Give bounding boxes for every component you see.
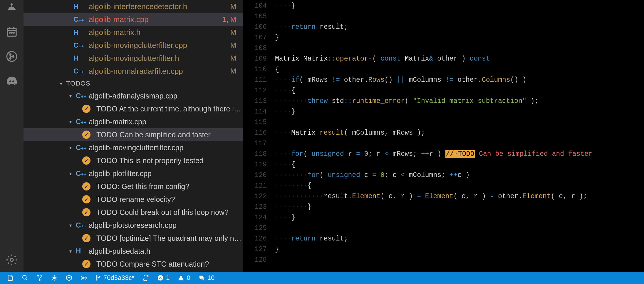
code-line	[275, 223, 644, 233]
file-badge: M	[230, 54, 236, 62]
todo-item[interactable]: ✓TODO At the current time, although ther…	[24, 102, 243, 115]
h-file-icon: H	[73, 54, 83, 62]
sb-errors[interactable]: 1	[157, 274, 170, 282]
todo-item[interactable]: ✓TODO Compare STC attenuation?	[24, 258, 243, 270]
code-line	[275, 138, 644, 149]
todo-file-header[interactable]: ▾C++algolib-matrix.cpp	[24, 115, 243, 128]
todo-file-header[interactable]: ▾C++algolib-plotstoresearch.cpp	[24, 219, 243, 232]
sb-branch[interactable]: 70d5a33c*	[95, 274, 134, 282]
line-gutter: 1041051061071081091101111121131141151161…	[243, 0, 275, 272]
svg-point-14	[83, 277, 84, 278]
line-number: 108	[243, 43, 267, 54]
file-row[interactable]: C++algolib-matrix.cpp1, M	[24, 13, 243, 26]
code-line	[275, 117, 644, 128]
todo-file-name: algolib-adfanalysismap.cpp	[89, 92, 177, 100]
check-circle-icon: ✓	[82, 105, 90, 113]
file-row[interactable]: Halgolib-movingclutterfilter.hM	[24, 52, 243, 65]
svg-point-8	[10, 258, 13, 261]
line-number: 114	[243, 106, 267, 117]
todo-text: TODO At the current time, although there…	[96, 105, 243, 113]
chevron-down-icon: ▾	[60, 81, 63, 86]
todo-item[interactable]: ✓TODO: Get this from config?	[24, 180, 243, 193]
section-label: TODOS	[66, 80, 90, 87]
code-line: ····return result;	[275, 22, 644, 32]
todo-file-header[interactable]: ▾C++algolib-adfanalysismap.cpp	[24, 89, 243, 102]
sb-warnings[interactable]: 0	[178, 274, 190, 282]
file-badge: 1, M	[222, 15, 236, 24]
todo-file-header[interactable]: ▾C++algolib-movingclutterfilter.cpp	[24, 141, 243, 154]
todo-item[interactable]: ✓TODO This is not properly tested	[24, 154, 243, 167]
line-number: 112	[243, 85, 267, 96]
line-number: 109	[243, 54, 267, 64]
check-circle-icon: ✓	[82, 234, 90, 242]
line-number: 122	[243, 191, 267, 202]
file-name: algolib-matrix.cpp	[89, 15, 222, 24]
check-circle-icon: ✓	[82, 156, 90, 165]
code-line: ····return result;	[275, 233, 644, 244]
todo-text: TODO [optimize] The quadrant may only ne…	[96, 234, 243, 243]
check-circle-icon: ✓	[82, 195, 90, 203]
line-number: 110	[243, 64, 267, 75]
cpp-file-icon: C++	[76, 92, 89, 100]
cpp-file-icon: C++	[76, 169, 89, 178]
todo-text: TODO Could break out of this loop now?	[96, 208, 229, 217]
line-number: 106	[243, 22, 267, 32]
file-badge: M	[230, 41, 236, 49]
sb-file-icon[interactable]	[7, 275, 14, 281]
file-row[interactable]: Halgolib-matrix.hM	[24, 26, 243, 39]
file-row[interactable]: Halgolib-interferencedetector.hM	[24, 0, 243, 13]
todo-text: TODO Can be simplified and faster	[96, 131, 211, 139]
check-circle-icon: ✓	[82, 131, 90, 139]
svg-point-12	[39, 280, 40, 281]
todo-file-header[interactable]: ▾Halgolib-pulsedata.h	[24, 245, 243, 258]
chevron-down-icon: ▾	[69, 119, 72, 125]
cpp-file-icon: C++	[76, 221, 89, 229]
sidebar: Halgolib-interferencedetector.hMC++algol…	[24, 0, 243, 272]
code-line	[275, 255, 644, 265]
h-file-icon: H	[73, 2, 83, 11]
todo-file-name: algolib-pulsedata.h	[89, 247, 150, 255]
branch-circle-icon[interactable]	[6, 51, 18, 62]
sb-debug-icon[interactable]	[51, 275, 58, 281]
svg-point-1	[9, 32, 10, 33]
cpp-file-icon: C++	[76, 118, 89, 126]
todo-item[interactable]: ✓TODO Could break out of this loop now?	[24, 206, 243, 219]
todo-item[interactable]: ✓TODO [optimize] The quadrant may only n…	[24, 232, 243, 245]
calendar-icon[interactable]	[6, 26, 18, 38]
todo-item[interactable]: ✓TODO rename velocity?	[24, 193, 243, 206]
sb-comments[interactable]: 10	[199, 274, 214, 282]
line-number: 127	[243, 244, 267, 255]
gear-icon[interactable]	[6, 254, 18, 266]
editor[interactable]: 1041051061071081091101111121131141151161…	[243, 0, 644, 272]
todo-text: TODO This is not properly tested	[96, 156, 204, 165]
file-name: algolib-movingclutterfilter.h	[89, 54, 230, 63]
code-area[interactable]: ····}····return result;}Matrix Matrix::o…	[275, 0, 644, 272]
h-file-icon: H	[73, 28, 83, 36]
code-line	[275, 43, 644, 54]
todos-section-header[interactable]: ▾TODOS	[24, 78, 243, 89]
svg-point-15	[96, 275, 97, 276]
sb-search-icon[interactable]	[22, 275, 28, 281]
todo-text: TODO: Get this from config?	[96, 182, 189, 191]
sb-fork-icon[interactable]	[36, 275, 43, 281]
line-number: 118	[243, 149, 267, 159]
sb-sync-icon[interactable]	[142, 275, 149, 281]
chevron-down-icon: ▾	[69, 171, 72, 176]
sb-package-icon[interactable]	[66, 275, 72, 281]
file-row[interactable]: C++algolib-normalradarfilter.cppM	[24, 65, 243, 78]
file-row[interactable]: C++algolib-movingclutterfilter.cppM	[24, 39, 243, 52]
chevron-down-icon: ▾	[69, 145, 72, 151]
line-number: 113	[243, 96, 267, 106]
tree-icon[interactable]	[6, 1, 18, 13]
status-bar: 70d5a33c* 1 0 10	[0, 272, 644, 284]
discord-icon[interactable]	[6, 75, 18, 87]
sb-radio-icon[interactable]	[80, 275, 87, 281]
todo-file-name: algolib-matrix.cpp	[89, 118, 146, 126]
svg-point-9	[23, 275, 26, 279]
todo-file-header[interactable]: ▾C++algolib-plotfilter.cpp	[24, 167, 243, 180]
todo-file-name: algolib-plotfilter.cpp	[89, 169, 152, 178]
chevron-down-icon: ▾	[69, 248, 72, 254]
todo-item[interactable]: ✓TODO Can be simplified and faster	[24, 128, 243, 141]
h-file-icon: H	[76, 247, 89, 255]
file-badge: M	[230, 2, 236, 11]
